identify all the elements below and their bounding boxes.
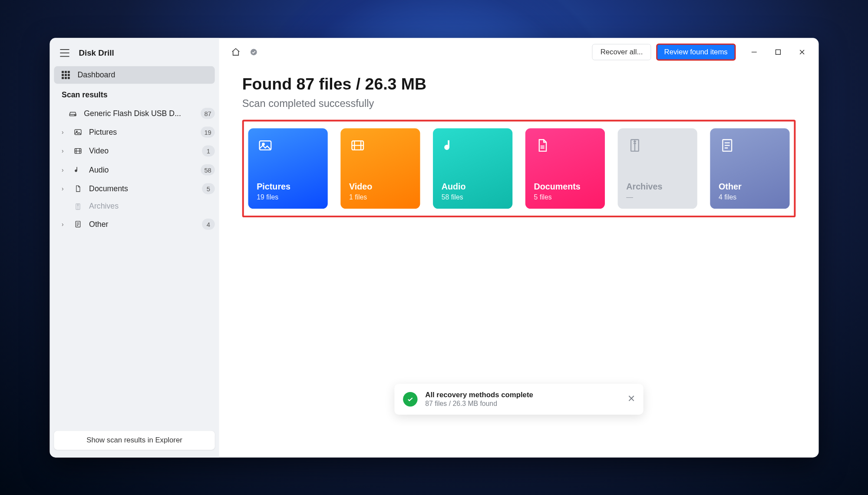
sidebar-section-scan-results: Scan results	[54, 83, 215, 103]
results-subheading: Scan completed successfully	[242, 97, 795, 110]
results-heading: Found 87 files / 26.3 MB	[242, 75, 795, 93]
titlebar: Recover all... Review found items	[219, 38, 818, 66]
app-title: Disk Drill	[79, 48, 114, 57]
count-badge: 5	[202, 183, 215, 194]
card-subtitle: —	[626, 193, 689, 201]
recover-all-button[interactable]: Recover all...	[592, 44, 650, 60]
sidebar-item-audio[interactable]: › Audio 58	[54, 160, 215, 179]
archive-icon	[73, 202, 82, 211]
sidebar-item-label: Video	[89, 146, 195, 156]
chevron-right-icon: ›	[62, 220, 67, 227]
count-badge: 1	[202, 145, 215, 156]
card-subtitle: 19 files	[257, 193, 319, 201]
card-title: Pictures	[257, 182, 319, 192]
card-title: Documents	[534, 182, 596, 192]
show-in-explorer-button[interactable]: Show scan results in Explorer	[54, 431, 215, 449]
check-badge-icon[interactable]	[247, 46, 260, 59]
sidebar-device-label: Generic Flash Disk USB D...	[84, 109, 194, 118]
archive-icon	[626, 136, 643, 153]
card-title: Archives	[626, 182, 689, 192]
content: Found 87 files / 26.3 MB Scan completed …	[219, 66, 818, 217]
count-badge: 19	[201, 126, 215, 138]
sidebar-item-label: Other	[89, 219, 195, 229]
card-subtitle: 1 files	[349, 193, 411, 201]
toast-notification: All recovery methods complete 87 files /…	[394, 384, 643, 415]
card-subtitle: 5 files	[534, 193, 596, 201]
card-subtitle: 4 files	[719, 193, 781, 201]
sidebar-item-label: Audio	[89, 165, 194, 174]
sidebar-item-dashboard[interactable]: Dashboard	[54, 66, 215, 83]
document-icon	[73, 184, 82, 193]
disk-icon	[68, 109, 77, 117]
video-icon	[73, 146, 82, 155]
category-cards-row: Pictures19 files Video1 files Audio58 fi…	[242, 120, 795, 217]
svg-line-9	[800, 50, 804, 54]
home-icon[interactable]	[229, 46, 242, 59]
sidebar-item-archives: Archives	[54, 198, 215, 214]
svg-point-2	[76, 131, 77, 132]
close-icon[interactable]	[796, 47, 808, 58]
music-icon	[73, 165, 82, 174]
svg-point-6	[250, 49, 257, 55]
count-badge: 4	[202, 219, 215, 230]
sidebar-header: Disk Drill	[54, 44, 215, 66]
close-icon[interactable]	[628, 395, 635, 404]
toast-title: All recovery methods complete	[425, 390, 533, 399]
chevron-right-icon: ›	[62, 185, 67, 192]
sidebar-device[interactable]: Generic Flash Disk USB D... 87	[54, 104, 215, 123]
svg-rect-8	[776, 50, 780, 54]
sidebar-item-video[interactable]: › Video 1	[54, 141, 215, 160]
chevron-right-icon: ›	[62, 129, 67, 136]
sidebar-item-label: Pictures	[89, 127, 194, 136]
music-icon	[441, 136, 458, 153]
count-badge: 87	[201, 107, 215, 119]
app-window: Disk Drill Dashboard Scan results Generi…	[50, 38, 818, 457]
image-icon	[73, 128, 82, 136]
minimize-icon[interactable]	[748, 47, 759, 58]
toast-subtitle: 87 files / 26.3 MB found	[425, 400, 533, 408]
card-subtitle: 58 files	[441, 193, 504, 201]
grid-icon	[62, 71, 70, 79]
film-icon	[349, 136, 366, 153]
other-icon	[73, 219, 82, 228]
svg-point-12	[262, 143, 264, 145]
svg-point-0	[74, 115, 75, 115]
category-card-documents[interactable]: Documents5 files	[525, 128, 604, 209]
window-controls	[748, 47, 813, 58]
category-card-audio[interactable]: Audio58 files	[433, 128, 512, 209]
sidebar-item-label: Documents	[89, 184, 195, 193]
sidebar-item-label: Archives	[89, 202, 215, 211]
sidebar-item-documents[interactable]: › Documents 5	[54, 179, 215, 198]
count-badge: 58	[201, 164, 215, 175]
sidebar-item-other[interactable]: › Other 4	[54, 215, 215, 233]
card-title: Other	[719, 182, 781, 192]
sidebar-item-label: Dashboard	[77, 70, 115, 80]
other-icon	[719, 136, 736, 153]
main-area: Recover all... Review found items Found …	[219, 38, 818, 457]
document-icon	[534, 136, 551, 153]
chevron-right-icon: ›	[62, 147, 67, 154]
maximize-icon[interactable]	[772, 47, 784, 58]
sidebar: Disk Drill Dashboard Scan results Generi…	[50, 38, 219, 457]
category-card-video[interactable]: Video1 files	[340, 128, 420, 209]
toast-text: All recovery methods complete 87 files /…	[425, 390, 533, 407]
sidebar-item-pictures[interactable]: › Pictures 19	[54, 123, 215, 141]
card-title: Audio	[441, 182, 504, 192]
review-found-items-button[interactable]: Review found items	[656, 43, 736, 60]
image-icon	[257, 136, 274, 153]
hamburger-icon[interactable]	[60, 49, 69, 56]
category-card-pictures[interactable]: Pictures19 files	[248, 128, 327, 209]
check-circle-icon	[403, 392, 417, 406]
chevron-right-icon: ›	[62, 166, 67, 173]
card-title: Video	[349, 182, 411, 192]
category-card-archives: Archives—	[617, 128, 697, 209]
category-card-other[interactable]: Other4 files	[710, 128, 789, 209]
